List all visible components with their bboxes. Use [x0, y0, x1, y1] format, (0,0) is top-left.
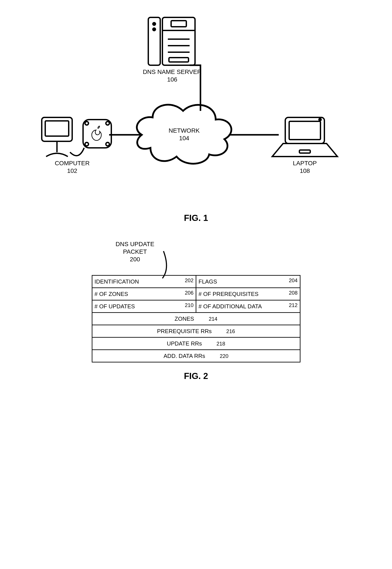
- svg-rect-19: [289, 121, 321, 139]
- dns-update-packet-table: IDENTIFICATION 202 FLAGS 204 # OF ZONES …: [92, 275, 300, 362]
- cell-label: UPDATE RRs: [167, 340, 208, 347]
- cell-additional-count: # OF ADDITIONAL DATA 212: [196, 300, 300, 313]
- laptop-label: LAPTOP: [293, 160, 317, 167]
- cell-updates-count: # OF UPDATES 210: [92, 300, 196, 313]
- figure-1: DNS NAME SERVER 106 NETWORK 104: [11, 9, 381, 223]
- cell-label: # OF ZONES: [95, 291, 128, 297]
- cell-prereq-rrs: PREREQUISITE RRs 216: [92, 325, 300, 337]
- svg-rect-13: [83, 120, 111, 148]
- svg-point-2: [153, 28, 155, 31]
- cell-num: 210: [185, 302, 194, 308]
- cell-label: FLAGS: [198, 278, 217, 285]
- svg-point-14: [85, 122, 88, 125]
- cell-num: 214: [202, 316, 217, 322]
- computer-icon: [42, 117, 111, 156]
- network-label: NETWORK: [168, 127, 200, 134]
- svg-rect-5: [171, 21, 186, 27]
- packet-header-label: DNS UPDATE PACKET: [116, 241, 154, 255]
- network-cloud-icon: [137, 105, 231, 164]
- cell-flags: FLAGS 204: [196, 276, 300, 288]
- cell-label: # OF PREREQUISITES: [198, 291, 258, 297]
- cell-num: 216: [220, 328, 235, 334]
- cell-num: 220: [213, 353, 228, 359]
- cell-label: ZONES: [175, 316, 201, 322]
- laptop-num: 108: [300, 167, 310, 174]
- packet-header-num: 200: [130, 256, 140, 263]
- cell-update-rrs: UPDATE RRs 218: [92, 337, 300, 350]
- fig1-caption: FIG. 1: [11, 213, 381, 223]
- packet-header: DNS UPDATE PACKET 200: [92, 240, 300, 275]
- cell-add-data-rrs: ADD. DATA RRs 220: [92, 350, 300, 362]
- packet-arrow-icon: [161, 245, 194, 279]
- svg-rect-11: [45, 121, 69, 136]
- cell-num: 212: [289, 302, 297, 308]
- fig1-svg: DNS NAME SERVER 106 NETWORK 104: [33, 9, 359, 204]
- fig2-caption: FIG. 2: [9, 371, 383, 381]
- cell-num: 208: [289, 290, 297, 296]
- svg-rect-9: [169, 58, 188, 62]
- computer-num: 102: [67, 167, 77, 174]
- cell-num: 218: [210, 341, 225, 347]
- dns-label: DNS NAME SERVER: [143, 69, 201, 75]
- dns-server-icon: [148, 17, 195, 65]
- svg-point-16: [85, 142, 88, 146]
- cell-label: # OF UPDATES: [95, 303, 135, 310]
- laptop-icon: [272, 117, 337, 156]
- cell-zones-count: # OF ZONES 206: [92, 288, 196, 300]
- computer-label: COMPUTER: [55, 160, 89, 167]
- cell-zones: ZONES 214: [92, 313, 300, 325]
- dns-num: 106: [167, 76, 177, 83]
- svg-point-15: [106, 122, 109, 125]
- cell-num: 206: [185, 290, 194, 296]
- network-num: 104: [179, 135, 189, 141]
- svg-point-17: [106, 142, 109, 146]
- cell-num: 202: [185, 278, 194, 284]
- cell-prereq-count: # OF PREREQUISITES 208: [196, 288, 300, 300]
- svg-point-20: [319, 119, 321, 121]
- cell-num: 204: [289, 278, 297, 284]
- cell-label: IDENTIFICATION: [95, 278, 139, 285]
- svg-rect-21: [299, 150, 310, 153]
- svg-point-1: [153, 23, 155, 25]
- cell-identification: IDENTIFICATION 202: [92, 276, 196, 288]
- cell-label: PREREQUISITE RRs: [157, 328, 218, 335]
- cell-label: ADD. DATA RRs: [164, 353, 211, 360]
- cell-label: # OF ADDITIONAL DATA: [198, 303, 262, 310]
